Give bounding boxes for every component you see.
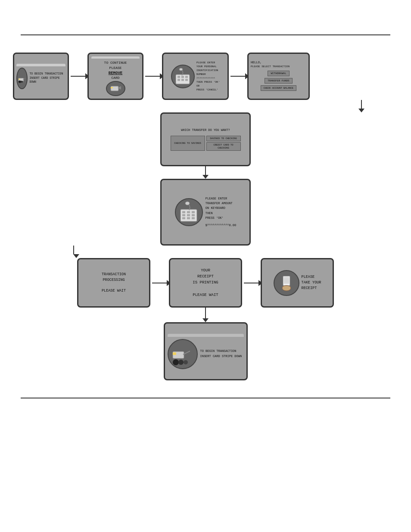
screen-insert-card: TO BEGIN TRANSACTION INSERT CARD STRIPE … xyxy=(13,53,69,100)
svg-rect-7 xyxy=(177,76,180,78)
svg-point-34 xyxy=(173,359,179,365)
screen-processing: TRANSACTION PROCESSING PLEASE WAIT xyxy=(77,258,150,308)
arrow2 xyxy=(145,76,160,77)
screen8-text: YOUR RECEIPT IS PRINTING PLEASE WAIT xyxy=(193,268,218,299)
row5: TO BEGIN TRANSACTION INSERT CARD STRIPE … xyxy=(164,322,248,380)
arrow-down-3 xyxy=(0,246,411,258)
screen5-right-btns: SAVINGS TO CHECKING CREDIT CARD TO CHECK… xyxy=(206,136,241,151)
row2: WHICH TRANSFER DO YOU WANT? CHECKING TO … xyxy=(160,112,251,166)
svg-rect-10 xyxy=(177,79,180,81)
svg-rect-5 xyxy=(111,87,113,88)
row3: PLEASE ENTER TRANSFER AMOUNT ON KEYBOARD… xyxy=(160,179,251,246)
screen4-btn-transfer: TRANSFER FUNDS xyxy=(265,78,292,84)
bottom-divider xyxy=(21,398,391,398)
arrow-down-1 xyxy=(358,100,364,112)
screen2-card: CARD xyxy=(111,76,119,80)
screen-enter-amount: PLEASE ENTER TRANSFER AMOUNT ON KEYBOARD… xyxy=(160,179,251,246)
screen5-title: WHICH TRANSFER DO YOU WANT? xyxy=(181,128,230,132)
svg-rect-8 xyxy=(181,76,184,78)
arrow4 xyxy=(152,283,167,283)
svg-rect-17 xyxy=(192,211,195,213)
screen-select-transaction: HELLO, PLEASE SELECT TRANSACTION WITHDRA… xyxy=(247,53,310,100)
svg-rect-9 xyxy=(185,76,188,78)
svg-point-36 xyxy=(184,360,188,364)
receipt-image xyxy=(274,270,299,296)
screen5-buttons: CHECKING TO SAVINGS SAVINGS TO CHECKING … xyxy=(171,136,241,151)
svg-rect-33 xyxy=(173,352,176,355)
pin-keypad-image xyxy=(171,65,195,88)
arrow-down-2 xyxy=(202,166,209,179)
screen10-text: TO BEGIN TRANSACTION INSERT CARD STRIPE … xyxy=(200,349,244,358)
screen4-title: HELLO, xyxy=(251,61,306,64)
svg-rect-11 xyxy=(181,79,184,81)
svg-rect-20 xyxy=(192,214,195,216)
screen9-text: PLEASE TAKE YOUR RECEIPT xyxy=(302,274,321,291)
screen4-subtitle: PLEASE SELECT TRANSACTION xyxy=(251,65,306,68)
svg-rect-25 xyxy=(283,276,290,286)
screen7-text: TRANSACTION PROCESSING PLEASE WAIT xyxy=(102,272,126,294)
svg-point-24 xyxy=(185,202,190,205)
screen-insert-card-final: TO BEGIN TRANSACTION INSERT CARD STRIPE … xyxy=(164,322,248,380)
screen6-text: PLEASE ENTER TRANSFER AMOUNT ON KEYBOARD… xyxy=(206,196,236,228)
svg-rect-16 xyxy=(187,211,190,213)
screen-printing: YOUR RECEIPT IS PRINTING PLEASE WAIT xyxy=(169,258,242,308)
screen4-btn-balance: CHECK ACCOUNT BALANCE xyxy=(261,85,296,91)
screen5-btn-left: CHECKING TO SAVINGS xyxy=(171,136,205,151)
svg-rect-19 xyxy=(187,214,190,216)
screen4-btn-withdrawal: WITHDRAWAL xyxy=(268,71,289,76)
svg-point-2 xyxy=(19,80,21,83)
screen-enter-pin: PLEASE ENTER YOUR PERSONAL IDENTIFICATIO… xyxy=(162,53,229,100)
screen1-text: TO BEGIN TRANSACTION INSERT CARD STRIPE … xyxy=(29,72,65,84)
screen6-amount: $^^^^^^^^^^^^0.00 xyxy=(206,223,236,228)
svg-rect-22 xyxy=(187,217,190,219)
svg-rect-4 xyxy=(111,86,118,91)
arrow-down-1-wrapper xyxy=(0,100,411,112)
screen2-remove: REMOVE xyxy=(109,71,122,75)
row4: TRANSACTION PROCESSING PLEASE WAIT YOUR … xyxy=(77,258,334,308)
screen5-btn-right2: CREDIT CARD TO CHECKING xyxy=(206,142,241,151)
card-insert-image xyxy=(16,68,28,89)
arrow5 xyxy=(244,283,259,283)
arrow3 xyxy=(230,76,246,77)
page: TO BEGIN TRANSACTION INSERT CARD STRIPE … xyxy=(0,0,411,532)
svg-point-3 xyxy=(21,81,23,83)
screen5-btn-right1: SAVINGS TO CHECKING xyxy=(206,136,241,141)
row1: TO BEGIN TRANSACTION INSERT CARD STRIPE … xyxy=(0,53,411,100)
svg-rect-18 xyxy=(182,214,185,216)
flow-diagram: TO BEGIN TRANSACTION INSERT CARD STRIPE … xyxy=(0,48,411,385)
remove-card-image xyxy=(106,81,125,96)
amount-keypad-image xyxy=(175,198,203,226)
screen-take-receipt: PLEASE TAKE YOUR RECEIPT xyxy=(261,258,334,308)
screen-transfer-options: WHICH TRANSFER DO YOU WANT? CHECKING TO … xyxy=(160,112,251,166)
final-card-insert-image xyxy=(168,339,198,369)
svg-rect-21 xyxy=(182,217,185,219)
svg-rect-15 xyxy=(182,211,185,213)
screen3-text: PLEASE ENTER YOUR PERSONAL IDENTIFICATIO… xyxy=(196,61,220,92)
top-divider xyxy=(21,34,391,35)
arrow-down-4 xyxy=(202,308,209,322)
arrow1 xyxy=(71,76,86,77)
screen2-text: TO CONTINUEPLEASE xyxy=(104,60,127,71)
screen-remove-card: TO CONTINUEPLEASE REMOVE CARD xyxy=(87,53,143,100)
svg-rect-12 xyxy=(185,79,188,81)
svg-rect-1 xyxy=(19,78,20,79)
svg-point-13 xyxy=(179,68,183,71)
svg-point-35 xyxy=(178,360,184,365)
svg-rect-23 xyxy=(192,217,195,219)
